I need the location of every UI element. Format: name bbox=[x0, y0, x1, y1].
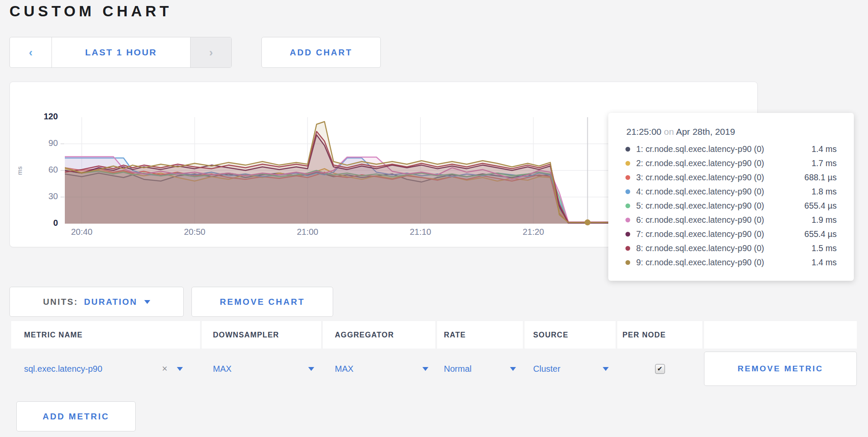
header-downsampler: DOWNSAMPLER bbox=[202, 321, 321, 349]
tooltip-series-label: 5: cr.node.sql.exec.latency-p90 (0) bbox=[636, 201, 789, 211]
tooltip-series-value: 655.4 µs bbox=[789, 201, 837, 211]
tooltip-series-row: 2: cr.node.sql.exec.latency-p90 (0)1.7 m… bbox=[621, 156, 837, 170]
metric-name-cell: sql.exec.latency-p90 × bbox=[11, 351, 200, 386]
tooltip-series-row: 4: cr.node.sql.exec.latency-p90 (0)1.8 m… bbox=[621, 185, 837, 199]
chevron-down-icon bbox=[510, 367, 516, 371]
y-tick-mark bbox=[61, 143, 64, 144]
y-tick-label: 0 bbox=[25, 218, 58, 228]
downsampler-value: MAX bbox=[213, 364, 231, 374]
metric-name-value[interactable]: sql.exec.latency-p90 bbox=[24, 364, 102, 374]
aggregator-select[interactable]: MAX bbox=[323, 351, 435, 386]
tooltip-series-value: 1.8 ms bbox=[789, 187, 837, 197]
y-tick-label: 30 bbox=[25, 191, 58, 201]
series-color-dot-icon bbox=[625, 175, 630, 180]
time-window-prev-button[interactable]: ‹ bbox=[10, 37, 52, 67]
tooltip-series-value: 1.9 ms bbox=[789, 215, 837, 225]
downsampler-select[interactable]: MAX bbox=[202, 351, 321, 386]
add-metric-button[interactable]: ADD METRIC bbox=[16, 401, 136, 431]
header-aggregator: AGGREGATOR bbox=[323, 321, 435, 349]
tooltip-series-row: 9: cr.node.sql.exec.latency-p90 (0)1.4 m… bbox=[621, 255, 837, 270]
series-color-dot-icon bbox=[625, 203, 630, 208]
remove-metric-button[interactable]: REMOVE METRIC bbox=[704, 352, 857, 386]
x-tick-label: 21:20 bbox=[516, 227, 550, 237]
header-actions bbox=[704, 321, 857, 349]
tooltip-series-value: 1.7 ms bbox=[789, 158, 837, 168]
page-title: CUSTOM CHART bbox=[9, 3, 172, 20]
chevron-down-icon bbox=[603, 367, 609, 371]
chevron-down-icon[interactable] bbox=[177, 367, 183, 371]
tooltip-time: 21:25:00 bbox=[626, 127, 662, 137]
chart-hover-tooltip: 21:25:00 on Apr 28th, 2019 1: cr.node.sq… bbox=[608, 113, 854, 281]
per-node-cell: ✔ bbox=[617, 351, 702, 386]
tooltip-series-row: 1: cr.node.sql.exec.latency-p90 (0)1.4 m… bbox=[621, 142, 837, 156]
time-window-selector: ‹ LAST 1 HOUR › bbox=[9, 37, 232, 68]
time-window-next-button[interactable]: › bbox=[190, 37, 231, 67]
series-color-dot-icon bbox=[625, 232, 630, 237]
units-dropdown[interactable]: UNITS: DURATION bbox=[9, 287, 184, 317]
x-tick-label: 21:00 bbox=[290, 227, 325, 237]
tooltip-series-label: 9: cr.node.sql.exec.latency-p90 (0) bbox=[636, 258, 789, 267]
tooltip-series-value: 688.1 µs bbox=[789, 173, 837, 182]
rate-value: Normal bbox=[444, 364, 471, 374]
y-tick-mark bbox=[61, 170, 64, 171]
tooltip-series-label: 3: cr.node.sql.exec.latency-p90 (0) bbox=[636, 173, 789, 182]
chevron-down-icon bbox=[422, 367, 428, 371]
tooltip-series-value: 655.4 µs bbox=[789, 229, 837, 239]
y-tick-label: 60 bbox=[25, 165, 58, 175]
y-axis-unit-label: ms bbox=[16, 162, 23, 179]
tooltip-series-label: 7: cr.node.sql.exec.latency-p90 (0) bbox=[636, 229, 789, 239]
x-tick-label: 20:50 bbox=[177, 227, 212, 237]
x-tick-label: 20:40 bbox=[64, 227, 99, 237]
metric-row: sql.exec.latency-p90 × MAX MAX Normal Cl… bbox=[11, 351, 857, 386]
tooltip-on-word: on bbox=[664, 127, 676, 137]
source-value: Cluster bbox=[533, 364, 560, 374]
series-color-dot-icon bbox=[625, 246, 630, 251]
clear-metric-icon[interactable]: × bbox=[162, 363, 167, 374]
rate-select[interactable]: Normal bbox=[437, 351, 523, 386]
x-tick-label: 21:10 bbox=[403, 227, 437, 237]
units-value: DURATION bbox=[84, 297, 137, 307]
chevron-left-icon: ‹ bbox=[29, 47, 33, 58]
series-color-dot-icon bbox=[625, 147, 630, 152]
tooltip-timestamp: 21:25:00 on Apr 28th, 2019 bbox=[626, 127, 837, 137]
aggregator-value: MAX bbox=[335, 364, 353, 374]
tooltip-series-label: 1: cr.node.sql.exec.latency-p90 (0) bbox=[636, 144, 789, 154]
custom-chart-page: CUSTOM CHART ‹ LAST 1 HOUR › ADD CHART m… bbox=[0, 0, 868, 437]
tooltip-series-value: 1.5 ms bbox=[789, 243, 837, 253]
tooltip-series-row: 5: cr.node.sql.exec.latency-p90 (0)655.4… bbox=[621, 199, 837, 213]
y-tick-label: 120 bbox=[25, 112, 58, 121]
chevron-right-icon: › bbox=[209, 47, 213, 58]
tooltip-series-label: 6: cr.node.sql.exec.latency-p90 (0) bbox=[636, 215, 789, 225]
time-window-label[interactable]: LAST 1 HOUR bbox=[52, 37, 190, 67]
remove-chart-button[interactable]: REMOVE CHART bbox=[191, 287, 333, 317]
header-per-node: PER NODE bbox=[617, 321, 702, 349]
chevron-down-icon bbox=[308, 367, 314, 371]
tooltip-series-label: 4: cr.node.sql.exec.latency-p90 (0) bbox=[636, 187, 789, 197]
series-color-dot-icon bbox=[625, 260, 630, 265]
tooltip-series-row: 8: cr.node.sql.exec.latency-p90 (0)1.5 m… bbox=[621, 241, 837, 255]
header-metric-name: METRIC NAME bbox=[11, 321, 200, 349]
tooltip-series-value: 1.4 ms bbox=[789, 258, 837, 267]
tooltip-series-value: 1.4 ms bbox=[789, 144, 837, 154]
actions-cell: REMOVE METRIC bbox=[704, 351, 857, 386]
tooltip-series-row: 6: cr.node.sql.exec.latency-p90 (0)1.9 m… bbox=[621, 213, 837, 227]
units-label: UNITS: bbox=[43, 297, 78, 307]
tooltip-series-label: 2: cr.node.sql.exec.latency-p90 (0) bbox=[636, 158, 789, 168]
per-node-checkbox[interactable]: ✔ bbox=[655, 364, 665, 374]
chevron-down-icon bbox=[144, 300, 150, 304]
header-source: SOURCE bbox=[525, 321, 616, 349]
hover-point-marker bbox=[585, 219, 591, 225]
series-color-dot-icon bbox=[625, 161, 630, 166]
y-tick-mark bbox=[61, 197, 64, 197]
series-color-dot-icon bbox=[625, 218, 630, 222]
tooltip-series-label: 8: cr.node.sql.exec.latency-p90 (0) bbox=[636, 243, 789, 253]
add-chart-button[interactable]: ADD CHART bbox=[261, 37, 381, 68]
tooltip-series-row: 7: cr.node.sql.exec.latency-p90 (0)655.4… bbox=[621, 227, 837, 241]
metrics-table-header: METRIC NAME DOWNSAMPLER AGGREGATOR RATE … bbox=[11, 321, 857, 349]
series-color-dot-icon bbox=[625, 189, 630, 194]
header-rate: RATE bbox=[437, 321, 523, 349]
y-tick-label: 90 bbox=[25, 138, 58, 148]
tooltip-series-row: 3: cr.node.sql.exec.latency-p90 (0)688.1… bbox=[621, 170, 837, 185]
source-select[interactable]: Cluster bbox=[525, 351, 616, 386]
tooltip-date: Apr 28th, 2019 bbox=[676, 127, 735, 137]
